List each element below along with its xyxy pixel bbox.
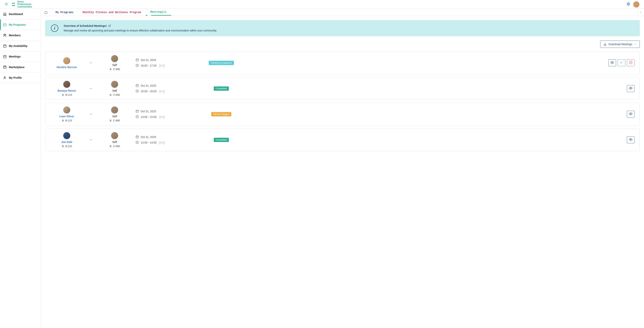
person-avatar[interactable] xyxy=(111,81,118,88)
info-title-text: Overview of Scheduled Meetings! xyxy=(64,24,107,28)
calendar-icon xyxy=(136,58,139,62)
sidebar-item-marketplace[interactable]: Marketplace xyxy=(0,62,41,72)
meeting-status: Completed xyxy=(202,138,240,142)
person-avatar[interactable] xyxy=(63,57,70,64)
self-label: Self xyxy=(112,115,117,118)
expand-time-link[interactable]: [ + ] xyxy=(160,141,164,144)
meeting-actions xyxy=(627,85,634,92)
view-button[interactable] xyxy=(608,60,616,66)
person-avatar[interactable] xyxy=(63,106,70,114)
status-badge: Completed xyxy=(214,86,229,91)
expand-time-link[interactable]: [ + ] xyxy=(160,64,164,67)
svg-point-3 xyxy=(12,3,13,4)
chevron-left-icon xyxy=(640,11,642,14)
svg-point-26 xyxy=(110,94,111,95)
person-id: C-890 xyxy=(109,68,120,70)
store-icon xyxy=(3,66,6,69)
sidebar-item-members[interactable]: Members xyxy=(0,30,41,41)
svg-point-10 xyxy=(5,34,6,35)
calendar-icon xyxy=(3,23,6,26)
svg-rect-27 xyxy=(136,84,138,87)
meeting-from: Joe Dale B-115 xyxy=(50,132,83,148)
sidebar-label: Meetings xyxy=(9,55,21,58)
person-id: B-115 xyxy=(62,94,72,96)
view-icon xyxy=(629,112,632,116)
meeting-actions xyxy=(608,60,634,66)
meeting-list: Hendrix Burson → Self C-890 Oct 31, 2025… xyxy=(45,51,640,151)
language-icon[interactable] xyxy=(627,2,630,6)
person-avatar[interactable] xyxy=(111,106,118,114)
download-meetings-button[interactable]: Download Meetings xyxy=(600,40,640,48)
calendar-icon xyxy=(3,44,6,48)
person-name-link[interactable]: Benaya Reece xyxy=(58,89,76,92)
person-name-link[interactable]: Joe Dale xyxy=(61,140,72,144)
info-banner-description: Manage and review all upcoming and past … xyxy=(64,29,634,32)
meeting-actions xyxy=(627,111,634,118)
info-banner: i Overview of Scheduled Meetings! Manage… xyxy=(45,20,640,36)
person-id: C-890 xyxy=(109,119,120,122)
sidebar-item-my-programs[interactable]: My Programs xyxy=(0,20,41,30)
arrow-icon: → xyxy=(88,61,94,65)
meeting-to: Self C-890 xyxy=(98,81,131,96)
person-id: C-890 xyxy=(109,145,120,148)
collapse-panel-button[interactable] xyxy=(638,9,644,16)
breadcrumb-label: Monthly Fitness and Wellness Program xyxy=(82,11,141,14)
person-avatar[interactable] xyxy=(111,55,118,62)
person-name-link[interactable]: Liam Oliver xyxy=(60,115,74,118)
view-button[interactable] xyxy=(627,85,634,92)
user-icon xyxy=(3,76,6,80)
home-icon xyxy=(44,11,48,14)
sidebar-item-dashboard[interactable]: Dashboard xyxy=(0,9,41,20)
users-icon xyxy=(3,34,6,37)
breadcrumb-home[interactable] xyxy=(41,9,51,16)
view-button[interactable] xyxy=(627,111,634,118)
person-name-link[interactable]: Hendrix Burson xyxy=(56,66,77,69)
svg-point-32 xyxy=(110,120,111,120)
breadcrumb-bar: My Programs Monthly Fitness and Wellness… xyxy=(41,9,644,16)
person-id: C-890 xyxy=(109,94,120,96)
svg-line-16 xyxy=(110,25,110,26)
sidebar-item-my-profile[interactable]: My Profile xyxy=(0,72,41,83)
home-icon xyxy=(3,12,6,16)
person-avatar[interactable] xyxy=(63,81,70,88)
calendar-icon xyxy=(136,84,139,88)
page-actions: Download Meetings xyxy=(45,40,640,48)
app-logo[interactable]: Demo Professional Communities xyxy=(11,0,32,8)
accept-button[interactable] xyxy=(618,60,625,66)
external-link-icon[interactable] xyxy=(108,24,111,27)
view-button[interactable] xyxy=(627,136,634,143)
menu-toggle-icon[interactable] xyxy=(5,2,8,6)
logo-line1: Demo xyxy=(17,0,32,3)
sidebar-item-meetings[interactable]: Meetings xyxy=(0,51,41,62)
breadcrumb-program[interactable]: Monthly Fitness and Wellness Program xyxy=(78,9,146,16)
user-avatar[interactable] xyxy=(633,1,639,8)
sidebar-item-my-availability[interactable]: My Availability xyxy=(0,41,41,51)
svg-point-15 xyxy=(4,76,6,78)
meeting-from: Benaya Reece B-115 xyxy=(50,81,83,96)
svg-point-42 xyxy=(630,139,631,140)
expand-time-link[interactable]: [ + ] xyxy=(160,116,164,118)
meeting-card: Liam Oliver B-115→ Self C-890 Oct 31, 20… xyxy=(45,103,640,126)
clock-icon xyxy=(136,90,139,93)
svg-point-37 xyxy=(62,145,63,146)
meeting-status: Pending Acceptance xyxy=(202,61,240,65)
sidebar-label: My Profile xyxy=(9,76,22,79)
expand-time-link[interactable]: [ + ] xyxy=(160,90,164,93)
view-icon xyxy=(629,86,632,90)
svg-point-30 xyxy=(630,88,631,89)
header-left: Demo Professional Communities xyxy=(5,0,32,8)
meeting-time: 16:00 - 17:00[ + ] xyxy=(136,64,197,68)
meeting-card: Joe Dale B-115→ Self C-890 Oct 31, 2025 … xyxy=(45,128,640,151)
self-label: Self xyxy=(112,64,117,66)
sidebar-label: Dashboard xyxy=(9,12,23,16)
person-avatar[interactable] xyxy=(111,132,118,139)
breadcrumbs: My Programs Monthly Fitness and Wellness… xyxy=(41,9,171,16)
person-avatar[interactable] xyxy=(63,132,70,139)
download-btn-label: Download Meetings xyxy=(608,43,632,46)
sidebar-label: My Programs xyxy=(9,23,26,26)
download-icon xyxy=(604,43,606,46)
reject-button[interactable] xyxy=(627,60,634,66)
meeting-card: Benaya Reece B-115→ Self C-890 Oct 31, 2… xyxy=(45,77,640,100)
logo-line3: Communities xyxy=(17,6,32,8)
calendar-icon xyxy=(136,135,139,139)
